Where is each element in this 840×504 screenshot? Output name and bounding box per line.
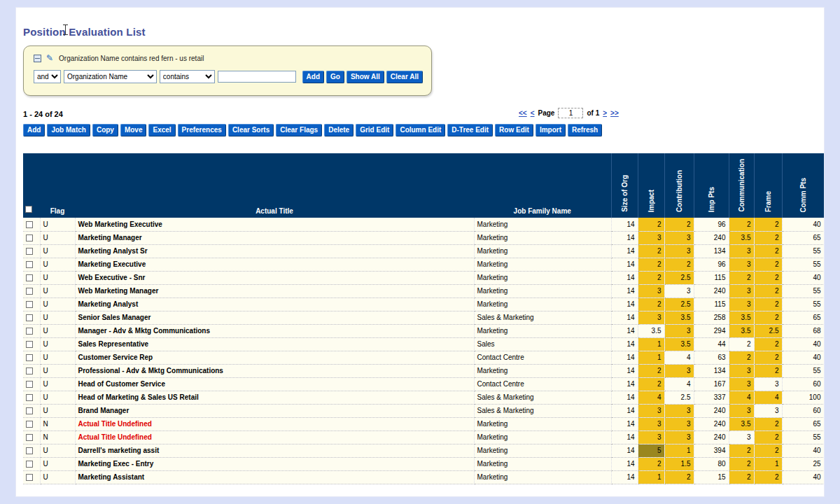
row-checkbox[interactable] xyxy=(26,447,33,454)
row-actual-title[interactable]: Marketing Exec - Entry xyxy=(75,457,474,470)
toolbar-button-column-edit[interactable]: Column Edit xyxy=(396,124,445,136)
cell-frame: 2 xyxy=(754,298,782,311)
row-actual-title[interactable]: Head of Customer Service xyxy=(75,377,474,391)
filter-value-input[interactable] xyxy=(218,71,296,83)
cell-frame: 2 xyxy=(754,430,782,444)
row-checkbox[interactable] xyxy=(26,288,33,295)
row-actual-title[interactable]: Actual Title Undefined xyxy=(75,430,474,444)
row-actual-title[interactable]: Senior Sales Manager xyxy=(75,311,474,324)
cell-impact: 3 xyxy=(638,430,664,444)
row-actual-title[interactable]: Web Marketing Manager xyxy=(75,284,474,298)
page-last-link[interactable]: >> xyxy=(610,109,619,117)
row-actual-title[interactable]: Head of Marketing & Sales US Retail xyxy=(75,391,474,404)
row-checkbox[interactable] xyxy=(26,407,33,414)
row-actual-title[interactable]: Marketing Assistant xyxy=(75,470,474,484)
row-actual-title[interactable]: Darrell's marketing assit xyxy=(75,444,474,457)
row-checkbox[interactable] xyxy=(26,421,33,428)
column-header-impact[interactable]: Impact xyxy=(638,153,664,218)
row-checkbox[interactable] xyxy=(26,248,33,255)
boolean-operator-select[interactable]: and xyxy=(34,70,61,83)
toolbar-button-add[interactable]: Add xyxy=(23,124,45,136)
filter-button-go[interactable]: Go xyxy=(326,71,344,83)
select-all-checkbox[interactable] xyxy=(25,206,32,213)
cell-frame: 2 xyxy=(754,364,782,377)
cell-contribution: 2 xyxy=(664,218,694,231)
page-number-input[interactable] xyxy=(558,108,583,118)
row-checkbox[interactable] xyxy=(26,368,33,374)
toolbar-button-copy[interactable]: Copy xyxy=(92,124,118,136)
toolbar-button-grid-edit[interactable]: Grid Edit xyxy=(356,124,393,136)
toolbar-button-job-match[interactable]: Job Match xyxy=(47,124,90,136)
row-actual-title[interactable]: Actual Title Undefined xyxy=(75,417,474,430)
toolbar-button-delete[interactable]: Delete xyxy=(324,124,354,136)
toolbar-button-row-edit[interactable]: Row Edit xyxy=(495,124,533,136)
row-checkbox[interactable] xyxy=(26,301,33,308)
filter-collapse-icon[interactable] xyxy=(34,55,41,62)
toolbar-button-import[interactable]: Import xyxy=(536,124,566,136)
cell-frame: 2 xyxy=(754,337,782,351)
row-checkbox[interactable] xyxy=(26,434,33,441)
row-checkbox[interactable] xyxy=(26,274,33,281)
row-checkbox[interactable] xyxy=(26,261,33,268)
toolbar-button-refresh[interactable]: Refresh xyxy=(568,124,602,136)
row-checkbox[interactable] xyxy=(26,221,33,228)
column-header-size-of-org[interactable]: Size of Org xyxy=(611,153,638,218)
toolbar-button-clear-sorts[interactable]: Clear Sorts xyxy=(228,124,274,136)
filter-edit-icon[interactable]: ✎ xyxy=(46,55,53,62)
row-flag: N xyxy=(40,417,75,430)
filter-operator-select[interactable]: contains xyxy=(160,70,215,83)
row-job-family-name: Sales xyxy=(474,337,611,351)
row-actual-title[interactable]: Manager - Adv & Mktg Communications xyxy=(75,324,474,337)
row-actual-title[interactable]: Sales Representative xyxy=(75,337,474,351)
column-header-comm-pts[interactable]: Comm Pts xyxy=(782,153,824,218)
filter-summary-row: ✎ Organization Name contains red fern - … xyxy=(34,53,423,63)
row-actual-title[interactable]: Customer Service Rep xyxy=(75,351,474,364)
toolbar-button-clear-flags[interactable]: Clear Flags xyxy=(276,124,322,136)
toolbar-button-excel[interactable]: Excel xyxy=(148,124,175,136)
column-header-communication[interactable]: Communication xyxy=(729,153,754,218)
cell-contribution: 1.5 xyxy=(664,457,694,470)
page-next-link[interactable]: > xyxy=(603,109,607,117)
column-header-flag[interactable]: Flag xyxy=(40,153,75,218)
row-actual-title[interactable]: Marketing Executive xyxy=(75,258,474,271)
filter-button-add[interactable]: Add xyxy=(302,71,324,83)
filter-field-select[interactable]: Organization Name xyxy=(64,70,157,83)
row-checkbox[interactable] xyxy=(26,328,33,335)
filter-button-clear-all[interactable]: Clear All xyxy=(386,71,423,83)
page-first-link[interactable]: << xyxy=(519,109,527,117)
row-checkbox[interactable] xyxy=(26,394,33,401)
column-header-actual-title[interactable]: Actual Title xyxy=(75,153,474,218)
row-actual-title[interactable]: Marketing Analyst xyxy=(75,298,474,311)
row-actual-title[interactable]: Brand Manager xyxy=(75,404,474,417)
toolbar-button-move[interactable]: Move xyxy=(120,124,147,136)
filter-buttons: AddGoShow AllClear All xyxy=(302,71,423,83)
column-header-frame[interactable]: Frame xyxy=(754,153,782,218)
column-header-imp-pts[interactable]: Imp Pts xyxy=(694,153,729,218)
cell-imp-pts: 337 xyxy=(694,391,729,404)
row-actual-title[interactable]: Web Marketing Executive xyxy=(75,218,474,231)
row-actual-title[interactable]: Marketing Analyst Sr xyxy=(75,244,474,258)
column-header-contribution[interactable]: Contribution xyxy=(664,153,694,218)
row-checkbox[interactable] xyxy=(26,381,33,388)
page-prev-link[interactable]: < xyxy=(531,109,535,117)
row-checkbox-cell xyxy=(23,351,40,364)
row-checkbox[interactable] xyxy=(26,341,33,348)
row-actual-title[interactable]: Professional - Adv & Mktg Communications xyxy=(75,364,474,377)
cell-communication: 3 xyxy=(729,284,754,298)
toolbar-button-preferences[interactable]: Preferences xyxy=(178,124,226,136)
row-checkbox[interactable] xyxy=(26,474,33,481)
cell-impact: 2 xyxy=(638,244,664,258)
column-header-job-family-name[interactable]: Job Family Name xyxy=(474,153,611,218)
row-actual-title[interactable]: Marketing Manager xyxy=(75,231,474,244)
filter-button-show-all[interactable]: Show All xyxy=(346,71,384,83)
cell-comm-pts: 68 xyxy=(782,324,824,337)
row-actual-title[interactable]: Web Executive - Snr xyxy=(75,271,474,284)
row-flag: U xyxy=(40,244,75,258)
row-checkbox[interactable] xyxy=(26,234,33,241)
toolbar-button-d-tree-edit[interactable]: D-Tree Edit xyxy=(447,124,493,136)
cell-impact: 4 xyxy=(638,391,664,404)
row-checkbox[interactable] xyxy=(26,461,33,468)
row-checkbox[interactable] xyxy=(26,354,33,361)
cell-communication: 2 xyxy=(729,444,754,457)
row-checkbox[interactable] xyxy=(26,314,33,321)
